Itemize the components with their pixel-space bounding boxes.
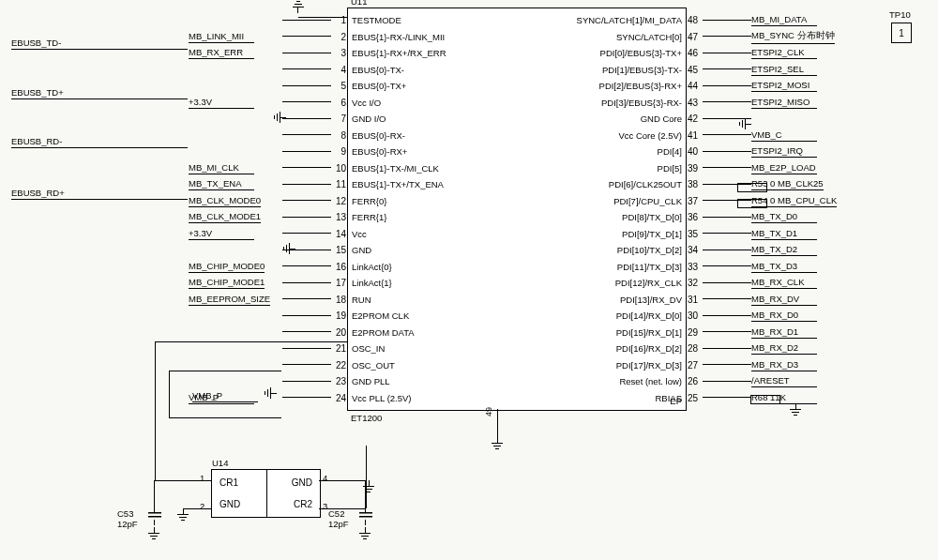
pin-l-inner-22: OSC_OUT	[352, 360, 511, 371]
pin-r-47: 47MB_SYNC 分布时钟	[686, 30, 897, 44]
gnd-pin42	[738, 116, 751, 131]
pin-r-35: 35MB_TX_D1	[686, 227, 897, 241]
tp10-box: 1	[891, 23, 912, 43]
pin-l-14: +3.3V14	[189, 227, 348, 241]
pin-l-15: 15	[189, 243, 348, 257]
pin-r-inner-37: PDI[7]/CPU_CLK	[522, 196, 682, 206]
pin-l-13: MB_CLK_MODE113	[189, 210, 348, 224]
gnd-pin15	[282, 241, 295, 256]
pin-l-2: MB_LINK_MII2	[189, 30, 348, 44]
osc-h1	[155, 341, 347, 343]
osc-v1	[155, 341, 157, 480]
pin-r-34: 34MB_TX_D2	[686, 243, 897, 257]
pin-r-48: 48MB_MI_DATA	[686, 13, 897, 27]
pin-l-8: 8	[189, 129, 348, 143]
pin-r-inner-46: PDI[0]/EBUS{3}-TX+	[522, 48, 682, 58]
gnd-vmbp	[264, 386, 277, 401]
gnd-u14r	[361, 480, 376, 493]
pin-r-41: 41VMB_C	[686, 129, 897, 143]
ep-wire	[497, 409, 499, 437]
far-wire	[11, 199, 188, 201]
pin-l-10: MB_MI_CLK10	[189, 161, 348, 175]
cap-C53	[145, 507, 164, 525]
pin-l-inner-5: EBUS{0}-TX+	[352, 81, 511, 91]
pin-r-46: 46ETSPI2_CLK	[686, 46, 897, 60]
chip-u11-ref: U11	[351, 0, 367, 7]
pin-l-inner-15: GND	[352, 245, 511, 255]
pin-l-inner-16: LinkAct{0}	[352, 262, 511, 272]
pin-r-32: 32MB_RX_CLK	[686, 276, 897, 290]
gnd-C53	[146, 527, 161, 540]
pin-l-inner-2: EBUS{1}-RX-/LINK_MII	[352, 32, 511, 42]
resistor-r53	[737, 182, 767, 192]
pin-l-7: 7	[189, 112, 348, 126]
pin-l-21: 21	[189, 341, 348, 356]
pin-r-37: 37R54 0 MB_CPU_CLK	[686, 194, 897, 208]
pin-l-inner-14: Vcc	[352, 229, 511, 239]
chip-u11-part: ET1200	[351, 413, 382, 423]
pin-r-28: 28MB_RX_D2	[686, 341, 897, 356]
pin-l-inner-20: E2PROM DATA	[352, 327, 511, 338]
cap-C52	[356, 507, 375, 525]
pin-l-inner-11: EBUS{1}-TX+/TX_ENA	[352, 179, 511, 189]
osc-v2	[366, 446, 368, 508]
pin-r-27: 27MB_RX_D3	[686, 358, 897, 372]
pin-l-3: MB_RX_ERR3	[189, 46, 348, 60]
pin-r-inner-44: PDI[2]/EBUS{3}-RX+	[522, 81, 682, 91]
chip-u11: EP TESTMODE1EBUS{1}-RX-/LINK_MIIMB_LINK_…	[347, 8, 687, 411]
pin-r-43: 43ETSPI2_MISO	[686, 96, 897, 110]
pin-l-inner-8: EBUS{0}-RX-	[352, 130, 511, 141]
pin-r-inner-31: PDI[13]/RX_DV	[522, 295, 682, 305]
gnd-pin7	[273, 110, 286, 125]
u14-divider	[266, 470, 267, 517]
pin-r-45: 45ETSPI2_SEL	[686, 63, 897, 77]
rail-vmb-left	[169, 371, 171, 417]
resistor-r54	[737, 198, 767, 208]
gnd-r68	[788, 403, 803, 416]
pin-r-inner-29: PDI[15]/RX_D[1]	[522, 327, 682, 338]
u14-cr2: CR2	[267, 499, 312, 509]
cap-label-C52: C5212pF	[328, 508, 349, 529]
pin-l-inner-23: GND PLL	[352, 376, 511, 386]
pin-r-inner-41: Vcc Core (2.5V)	[522, 130, 682, 141]
tp10-ref: TP10	[889, 9, 911, 20]
pin-r-inner-48: SYNC/LATCH[1]/MI_DATA	[522, 15, 682, 25]
pin-l-inner-17: LinkAct{1}	[352, 278, 511, 288]
pin-r-inner-43: PDI[3]/EBUS{3}-RX-	[522, 98, 682, 108]
pin-l-inner-19: E2PROM CLK	[352, 310, 511, 321]
pin-r-42: 42	[686, 112, 897, 126]
pin-l-1: 1	[189, 13, 348, 27]
far-wire	[11, 49, 188, 51]
pin-l-5: 5	[189, 79, 348, 93]
pin-r-inner-42: GND Core	[522, 114, 682, 124]
resistor-r68	[750, 394, 780, 404]
rail-vmb-top	[169, 371, 281, 372]
u14-cr1: CR1	[219, 477, 265, 488]
pin-r-inner-36: PDI[8]/TX_D[0]	[522, 212, 682, 222]
pin-l-4: 4	[189, 63, 348, 77]
pin-r-26: 26/ARESET	[686, 374, 897, 388]
gnd-C52	[357, 527, 372, 540]
pin-l-inner-4: EBUS{0}-TX-	[352, 65, 511, 75]
u14-w3	[319, 480, 366, 482]
far-wire	[11, 98, 188, 100]
pin-r-44: 44ETSPI2_MOSI	[686, 79, 897, 93]
pin-r-40: 40ETSPI2_IRQ	[686, 144, 897, 159]
pin-l-6: +3.3V6	[189, 96, 348, 110]
u14-gnd2: GND	[219, 499, 265, 509]
pin-l-inner-7: GND I/O	[352, 114, 511, 124]
gnd-ep	[490, 437, 505, 450]
chip-u14: CR1 GND GND CR2	[211, 469, 321, 518]
pin-r-33: 33MB_TX_D3	[686, 260, 897, 274]
pin-r-inner-28: PDI[16]/RX_D[2]	[522, 343, 682, 354]
pin-l-16: MB_CHIP_MODE016	[189, 260, 348, 274]
pin-r-36: 36MB_TX_D0	[686, 210, 897, 224]
pin-l-inner-3: EBUS{1}-RX+/RX_ERR	[352, 48, 511, 58]
pin-r-inner-25: RBIAS	[522, 393, 682, 403]
far-wire	[11, 147, 188, 149]
pin-l-19: 19	[189, 309, 348, 323]
pin-r-30: 30MB_RX_D0	[686, 309, 897, 323]
pin-l-18: MB_EEPROM_SIZE18	[189, 293, 348, 307]
pin-l-inner-24: Vcc PLL (2.5V)	[352, 393, 511, 403]
pin-l-12: MB_CLK_MODE012	[189, 194, 348, 208]
